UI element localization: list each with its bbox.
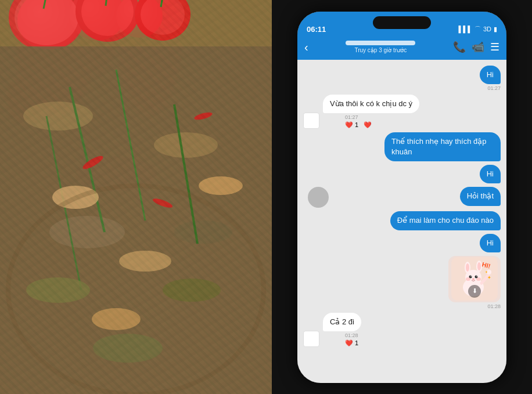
svg-point-26 xyxy=(92,308,141,330)
message-time: 01:28 xyxy=(448,303,501,309)
svg-point-36 xyxy=(466,263,469,272)
header-info: Truy cập 3 giờ trước xyxy=(313,41,448,53)
message-text: Vừa thôi k có k chịu dc ý xyxy=(330,99,412,108)
message-row: Hỏi thật xyxy=(332,187,501,205)
chat-body: Hi 01:27 Vừa thôi k có k chịu dc ý 01:27 xyxy=(297,60,506,383)
call-icon[interactable]: 📞 xyxy=(453,41,466,53)
svg-point-11 xyxy=(23,102,93,131)
svg-point-29 xyxy=(93,334,163,363)
svg-text:✦: ✦ xyxy=(487,275,491,280)
status-time: 06:11 xyxy=(307,25,326,34)
message-row: HI! xyxy=(303,256,501,309)
svg-point-41 xyxy=(470,276,472,277)
svg-point-13 xyxy=(154,132,218,158)
sticker-wrapper: HI! xyxy=(448,256,501,309)
svg-point-42 xyxy=(476,276,477,277)
message-time: 01:27 xyxy=(323,114,419,120)
svg-point-24 xyxy=(119,251,171,272)
reaction: ❤️ 1 ❤️ xyxy=(345,121,372,129)
svg-point-44 xyxy=(466,277,470,281)
message-row: Hi xyxy=(303,165,501,183)
message-text: Hi xyxy=(487,169,494,178)
signal-icon: ▌▌▌ xyxy=(459,26,472,32)
phone-device: 06:11 ▌▌▌ ⌒ 3D ▮ ‹ Truy cập 3 giờ trước … xyxy=(297,12,506,383)
msg-wrapper: Để mai làm cho chu đáo nào xyxy=(390,211,501,230)
msg-wrapper: Hi xyxy=(480,234,501,252)
message-row: Vừa thôi k có k chịu dc ý 01:27 ❤️ 1 ❤️ xyxy=(303,95,501,129)
message-text: Thế thích nhẹ hay thích đập khuân xyxy=(391,137,486,156)
wifi-icon: ⌒ xyxy=(475,25,481,34)
message-bubble: Thế thích nhẹ hay thích đập khuân xyxy=(384,132,501,161)
video-icon[interactable]: 📹 xyxy=(472,41,484,53)
battery-icon: ▮ xyxy=(494,26,497,33)
contact-avatar xyxy=(308,187,329,208)
network-icon: 3D xyxy=(483,26,491,32)
svg-point-43 xyxy=(472,279,475,280)
menu-icon[interactable]: ☰ xyxy=(490,41,499,53)
message-text: Hỏi thật xyxy=(467,191,494,200)
sticker-bubble: HI! xyxy=(448,256,501,302)
message-text: Hi xyxy=(487,70,494,79)
avatar xyxy=(303,113,319,129)
avatar xyxy=(303,331,319,347)
message-text: Cả 2 đi xyxy=(330,317,354,326)
reaction: ❤️ 1 xyxy=(345,339,358,347)
message-row: Để mai làm cho chu đáo nào xyxy=(303,211,501,230)
message-row: Cả 2 đi 01:28 ❤️ 1 xyxy=(303,313,501,347)
svg-point-45 xyxy=(476,277,481,281)
message-text: Để mai làm cho chu đáo nào xyxy=(397,216,494,225)
msg-wrapper: Vừa thôi k có k chịu dc ý 01:27 ❤️ 1 ❤️ xyxy=(323,95,419,129)
phone-side: 06:11 ▌▌▌ ⌒ 3D ▮ ‹ Truy cập 3 giờ trước … xyxy=(272,0,532,394)
header-actions: 📞 📹 ☰ xyxy=(453,41,499,53)
back-button[interactable]: ‹ xyxy=(304,41,308,54)
food-image xyxy=(0,0,272,394)
message-row: Thế thích nhẹ hay thích đập khuân xyxy=(303,132,501,161)
message-bubble: Hi xyxy=(480,66,501,84)
reaction-row: ❤️ 1 xyxy=(323,339,361,347)
download-button[interactable]: ⬇ xyxy=(468,285,481,298)
svg-point-38 xyxy=(477,262,481,270)
food-illustration xyxy=(0,0,272,394)
status-icons: ▌▌▌ ⌒ 3D ▮ xyxy=(459,25,497,34)
msg-wrapper: Hi 01:27 xyxy=(480,66,501,91)
message-bubble: Để mai làm cho chu đáo nào xyxy=(390,211,501,230)
svg-point-15 xyxy=(174,221,232,244)
msg-wrapper: Hỏi thật xyxy=(460,187,501,205)
contact-name-bar xyxy=(346,41,415,45)
message-time: 01:27 xyxy=(480,85,501,91)
svg-point-14 xyxy=(49,216,125,248)
message-row: Hi 01:27 xyxy=(303,66,501,91)
message-row: Hi xyxy=(303,234,501,252)
svg-point-27 xyxy=(26,277,90,303)
message-bubble: Hi xyxy=(480,234,501,252)
message-bubble: Hi xyxy=(480,165,501,183)
svg-text:✦: ✦ xyxy=(485,270,488,274)
reaction-row: ❤️ 1 ❤️ xyxy=(323,121,419,129)
message-bubble: Cả 2 đi xyxy=(323,313,361,331)
chat-header: ‹ Truy cập 3 giờ trước 📞 📹 ☰ xyxy=(297,37,506,60)
contact-status: Truy cập 3 giờ trước xyxy=(313,47,448,53)
message-time: 01:28 xyxy=(323,332,361,338)
msg-wrapper: Cả 2 đi 01:28 ❤️ 1 xyxy=(323,313,361,347)
svg-point-25 xyxy=(199,176,243,195)
svg-point-28 xyxy=(163,279,221,302)
message-bubble: Hỏi thật xyxy=(460,187,501,205)
message-bubble: Vừa thôi k có k chịu dc ý xyxy=(323,95,419,113)
msg-wrapper: Thế thích nhẹ hay thích đập khuân xyxy=(384,132,501,161)
msg-wrapper: Hi xyxy=(480,165,501,183)
message-text: Hi xyxy=(487,238,494,247)
phone-notch xyxy=(373,16,431,29)
